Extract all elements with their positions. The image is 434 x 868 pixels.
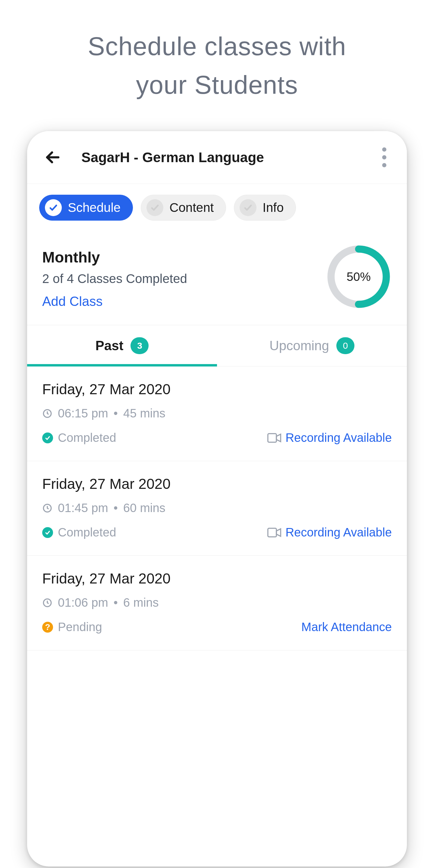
more-dots-icon bbox=[382, 147, 386, 152]
count-badge: 3 bbox=[130, 337, 149, 354]
add-class-button[interactable]: Add Class bbox=[42, 294, 326, 309]
promo-line-2: your Students bbox=[0, 66, 434, 104]
question-circle-icon: ? bbox=[42, 622, 53, 632]
page-title: SagarH - German Language bbox=[82, 149, 264, 165]
check-circle-icon bbox=[42, 527, 53, 538]
check-circle-icon bbox=[240, 199, 256, 216]
sub-tab-label: Upcoming bbox=[270, 338, 329, 353]
schedule-sub-tabs: Past 3 Upcoming 0 bbox=[27, 325, 407, 367]
tab-content[interactable]: Content bbox=[141, 195, 226, 221]
tab-label: Info bbox=[262, 200, 284, 215]
class-time: 01:06 pm bbox=[58, 596, 108, 610]
tab-schedule[interactable]: Schedule bbox=[39, 195, 133, 221]
status-chip: ? Pending bbox=[42, 620, 102, 634]
back-button[interactable] bbox=[42, 147, 63, 168]
bullet-separator: • bbox=[114, 501, 118, 515]
class-item[interactable]: Friday, 27 Mar 2020 01:45 pm • 60 mins C… bbox=[27, 461, 407, 556]
phone-frame: SagarH - German Language Schedule Conten… bbox=[27, 131, 407, 867]
action-text: Recording Available bbox=[285, 431, 392, 444]
svg-rect-7 bbox=[268, 528, 276, 536]
status-text: Completed bbox=[58, 431, 116, 444]
status-chip: Completed bbox=[42, 431, 116, 444]
bullet-separator: • bbox=[114, 596, 118, 610]
app-header: SagarH - German Language bbox=[27, 131, 407, 184]
action-text: Mark Attendance bbox=[301, 620, 392, 634]
check-circle-icon bbox=[147, 199, 163, 216]
more-dots-icon bbox=[382, 163, 386, 167]
check-circle-icon bbox=[45, 199, 62, 216]
sub-tab-past[interactable]: Past 3 bbox=[27, 325, 217, 366]
video-icon bbox=[267, 527, 281, 538]
course-summary: Course Monthly 2 of 4 Classes Completed … bbox=[27, 231, 407, 325]
check-circle-icon bbox=[42, 433, 53, 443]
class-date: Friday, 27 Mar 2020 bbox=[42, 570, 392, 587]
class-time-row: 01:06 pm • 6 mins bbox=[42, 596, 392, 610]
tab-label: Schedule bbox=[68, 200, 121, 215]
class-duration: 60 mins bbox=[123, 501, 165, 515]
svg-rect-4 bbox=[268, 433, 276, 442]
bullet-separator: • bbox=[114, 407, 118, 420]
promo-headline: Schedule classes with your Students bbox=[0, 27, 434, 104]
class-time-row: 01:45 pm • 60 mins bbox=[42, 501, 392, 515]
class-date: Friday, 27 Mar 2020 bbox=[42, 475, 392, 492]
tab-info[interactable]: Info bbox=[234, 195, 296, 221]
progress-ring: 50% bbox=[326, 244, 392, 310]
action-text: Recording Available bbox=[285, 526, 392, 539]
progress-percent: 50% bbox=[326, 244, 392, 310]
clock-icon bbox=[42, 598, 53, 608]
svg-marker-8 bbox=[276, 529, 281, 536]
mark-attendance-link[interactable]: Mark Attendance bbox=[301, 620, 392, 634]
status-text: Completed bbox=[58, 526, 116, 539]
more-dots-icon bbox=[382, 155, 386, 159]
recording-available-link[interactable]: Recording Available bbox=[267, 526, 392, 539]
sub-tab-label: Past bbox=[96, 338, 124, 353]
progress-text: 2 of 4 Classes Completed bbox=[42, 272, 326, 286]
tab-label: Content bbox=[169, 200, 214, 215]
class-list: Friday, 27 Mar 2020 06:15 pm • 45 mins C… bbox=[27, 367, 407, 650]
class-date: Friday, 27 Mar 2020 bbox=[42, 381, 392, 398]
main-tabs: Schedule Content Info bbox=[27, 184, 407, 231]
class-time: 01:45 pm bbox=[58, 501, 108, 515]
clock-icon bbox=[42, 503, 53, 513]
status-text: Pending bbox=[58, 620, 102, 634]
more-menu-button[interactable] bbox=[377, 143, 392, 172]
class-time-row: 06:15 pm • 45 mins bbox=[42, 407, 392, 420]
class-item[interactable]: Friday, 27 Mar 2020 06:15 pm • 45 mins C… bbox=[27, 367, 407, 461]
promo-line-1: Schedule classes with bbox=[0, 27, 434, 66]
status-chip: Completed bbox=[42, 526, 116, 539]
plan-name: Monthly bbox=[42, 249, 326, 266]
recording-available-link[interactable]: Recording Available bbox=[267, 431, 392, 444]
class-duration: 6 mins bbox=[123, 596, 159, 610]
back-arrow-icon bbox=[44, 149, 61, 166]
clock-icon bbox=[42, 408, 53, 418]
svg-marker-5 bbox=[276, 434, 281, 441]
class-duration: 45 mins bbox=[123, 407, 165, 420]
count-badge: 0 bbox=[336, 337, 354, 354]
class-time: 06:15 pm bbox=[58, 407, 108, 420]
video-icon bbox=[267, 433, 281, 443]
class-item[interactable]: Friday, 27 Mar 2020 01:06 pm • 6 mins ? … bbox=[27, 556, 407, 650]
sub-tab-upcoming[interactable]: Upcoming 0 bbox=[217, 325, 407, 366]
